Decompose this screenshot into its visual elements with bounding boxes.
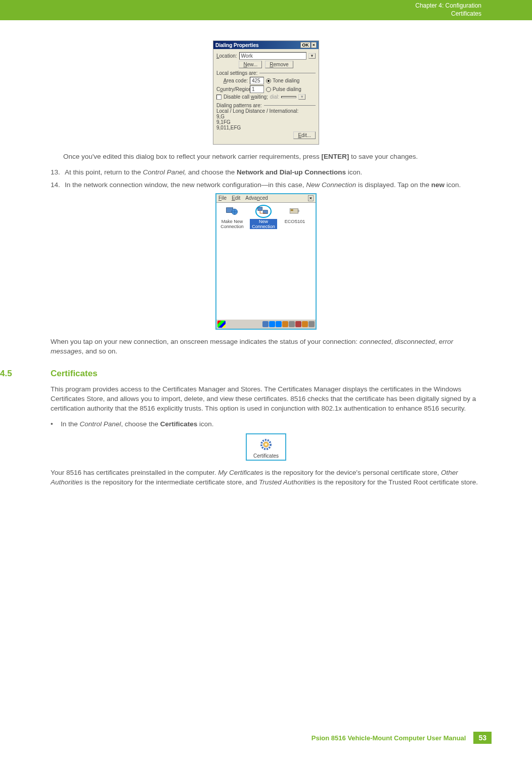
dial-dropdown-arrow-icon: ▼ [298, 94, 305, 100]
tray-icon[interactable] [262, 321, 269, 327]
patterns-desc: Local / Long Distance / International: [216, 108, 316, 114]
section-number: 4.5 [0, 369, 51, 379]
disable-cw-label: Disable call waiting; [224, 94, 268, 100]
pattern-line-3: 9,011,EFG [216, 125, 316, 130]
tray-icon[interactable] [295, 321, 301, 327]
section-title: Certificates [51, 369, 98, 379]
dropdown-arrow-icon[interactable]: ▼ [308, 53, 316, 59]
page-footer: Psion 8516 Vehicle-Mount Computer User M… [312, 732, 492, 744]
menu-bar: File Edit Advanced × [216, 194, 316, 203]
advanced-menu[interactable]: Advanced [245, 195, 268, 201]
network-connections-window: File Edit Advanced × Make New Connection [215, 193, 317, 330]
edit-menu[interactable]: Edit [232, 195, 240, 201]
tray-icon[interactable] [282, 321, 288, 327]
new-connection-icon[interactable]: New Connection [250, 205, 277, 229]
tone-dialing-radio[interactable]: Tone dialing [266, 78, 299, 83]
certificates-bullet: • In the Control Panel, choose the Certi… [51, 420, 481, 429]
close-button[interactable]: × [311, 42, 317, 48]
file-menu[interactable]: File [218, 195, 227, 201]
dialing-properties-dialog: Dialing Properties OK × Location: Work ▼… [213, 40, 319, 145]
pulse-dialing-radio[interactable]: Pulse dialing [266, 86, 301, 92]
network-card-icon [288, 206, 301, 217]
edit-button[interactable]: Edit... [293, 131, 316, 139]
section-4-5-heading: 4.5 Certificates [51, 369, 481, 379]
make-new-connection-icon[interactable]: Make New Connection [218, 205, 246, 229]
tray-icon[interactable] [302, 321, 308, 327]
dialog-title: Dialing Properties [215, 42, 259, 48]
local-settings-legend: Local settings are: [216, 70, 259, 76]
local-settings-group: Local settings are: Area code: 425 Tone … [216, 70, 316, 101]
certificates-icon-label: Certificates [249, 453, 283, 459]
location-dropdown[interactable]: Work [239, 52, 306, 60]
taskbar [216, 319, 316, 329]
chapter-line: Chapter 4: Configuration [415, 2, 481, 10]
tray-icon[interactable] [289, 321, 295, 327]
globe-monitor-icon [226, 206, 239, 217]
location-label: Location: [216, 53, 237, 59]
start-button-icon[interactable] [217, 321, 226, 328]
dialog-titlebar: Dialing Properties OK × [213, 41, 319, 49]
header-text-block: Chapter 4: Configuration Certificates [415, 2, 481, 18]
certificates-paragraph-1: This program provides access to the Cert… [51, 385, 481, 414]
tray-icon[interactable] [276, 321, 282, 327]
step-number: 14. [51, 181, 65, 190]
gear-certificate-icon [259, 437, 273, 452]
section-line: Certificates [415, 10, 481, 18]
step-13: 13. At this point, return to the Control… [51, 168, 481, 177]
pattern-line-2: 9,1FG [216, 119, 316, 125]
page-header: Chapter 4: Configuration Certificates [0, 0, 532, 20]
dial-input [281, 96, 296, 98]
area-code-label: Area code: [216, 78, 248, 83]
ok-button[interactable]: OK [300, 42, 311, 48]
paragraph-after-dialog1: Once you've edited this dialog box to re… [63, 152, 481, 162]
certificates-icon-box[interactable]: Certificates [246, 433, 286, 461]
step-number: 13. [51, 168, 65, 177]
system-tray [262, 321, 315, 327]
ecos101-icon[interactable]: ECOS101 [281, 205, 308, 224]
new-button[interactable]: New... [239, 61, 262, 68]
patterns-legend: Dialing patterns are: [216, 103, 264, 108]
close-button[interactable]: × [308, 195, 314, 201]
remove-button[interactable]: Remove [265, 61, 293, 68]
tray-icon[interactable] [308, 321, 315, 327]
certificates-paragraph-2: Your 8516 has certificates preinstalled … [51, 468, 481, 487]
footer-manual-title: Psion 8516 Vehicle-Mount Computer User M… [312, 734, 466, 742]
dial-label: dial: [270, 94, 279, 100]
svg-rect-2 [258, 207, 262, 210]
connection-monitors-icon [257, 206, 270, 217]
page-number: 53 [473, 732, 492, 744]
country-label: Country/Region: [216, 86, 248, 92]
paragraph-after-dialog2: When you tap on your new connection, an … [51, 337, 481, 356]
area-code-input[interactable]: 425 [250, 77, 264, 84]
connection-icons-area: Make New Connection New Connection [216, 203, 316, 319]
disable-call-waiting-checkbox[interactable] [216, 95, 221, 100]
step-14: 14. In the network connection window, th… [51, 181, 481, 190]
svg-point-8 [265, 443, 267, 445]
tray-icon[interactable] [269, 321, 275, 327]
dialing-patterns-group: Dialing patterns are: Local / Long Dista… [216, 103, 316, 140]
pattern-line-1: 9,G [216, 114, 316, 119]
country-input[interactable]: 1 [250, 85, 264, 93]
svg-rect-5 [291, 209, 293, 211]
